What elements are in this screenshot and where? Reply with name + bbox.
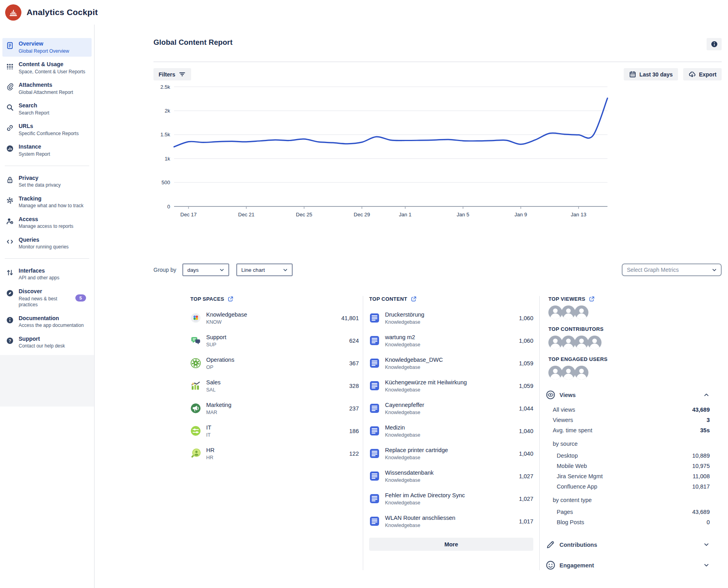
document-icon <box>369 471 380 481</box>
space-knowledgebase-icon <box>190 313 201 323</box>
sidebar-item-access[interactable]: Access Manage access to reports <box>2 214 92 232</box>
date-range-button[interactable]: Last 30 days <box>624 68 678 80</box>
stat-value: 3 <box>707 417 710 423</box>
space-row-support[interactable]: Support SUP 624 <box>190 329 359 352</box>
avatar[interactable] <box>588 336 602 349</box>
content-row-cayennepfeffer[interactable]: Cayennepfeffer Knowledgebase 1,044 <box>369 397 533 420</box>
top-engaged-users-title: TOP ENGAGED USERS <box>548 356 607 362</box>
avatar[interactable] <box>548 366 562 380</box>
views-section-title: Views <box>559 392 576 398</box>
document-icon <box>369 313 380 323</box>
search-icon <box>6 103 14 111</box>
space-row-marketing[interactable]: Marketing MAR 237 <box>190 397 359 420</box>
space-key: SUP <box>206 342 226 347</box>
sidebar-item-queries[interactable]: Queries Monitor running queries <box>2 234 92 253</box>
content-row-wissensdatenbank[interactable]: Wissensdatenbank Knowledgebase 1,027 <box>369 465 533 487</box>
svg-text:Jan 1: Jan 1 <box>399 212 412 218</box>
content-row-replace-printer-cartridge[interactable]: Replace printer cartridge Knowledgebase … <box>369 442 533 465</box>
sidebar-item-documentation[interactable]: Documentation Access the app documentati… <box>2 313 92 331</box>
app-title: Analytics Cockpit <box>27 8 98 17</box>
chevron-down-icon <box>282 267 288 273</box>
avatar[interactable] <box>561 305 575 319</box>
sidebar-item-search[interactable]: Search Search Report <box>2 100 92 118</box>
content-space: Knowledgebase <box>385 387 467 393</box>
content-row-knowledgebase-dwc[interactable]: Knowledgebase_DWC Knowledgebase 1,059 <box>369 352 533 374</box>
breakdown-value: 0 <box>707 519 710 525</box>
sidebar-item-instance[interactable]: Instance System Report <box>2 141 92 160</box>
content-title: Fehler im Active Directory Sync <box>385 492 465 499</box>
sidebar-item-attachments[interactable]: Attachments Global Attachment Report <box>2 79 92 98</box>
sidebar-divider <box>5 166 89 166</box>
sidebar-item-urls[interactable]: URLs Specific Confluence Reports <box>2 120 92 139</box>
space-row-it[interactable]: IT IT 186 <box>190 420 359 442</box>
sidebar-item-label: Discover <box>19 288 75 295</box>
content-title: WLAN Router anschliessen <box>385 514 455 521</box>
avatar[interactable] <box>575 305 588 319</box>
breakdown-row-blog-posts: Blog Posts 0 <box>557 517 710 527</box>
export-button[interactable]: Export <box>683 68 722 80</box>
sidebar-item-content-usage[interactable]: Content & Usage Space, Content & User Re… <box>2 59 92 77</box>
sidebar-item-overview[interactable]: Overview Global Report Overview <box>2 38 92 57</box>
chart-type-select[interactable]: Line chart <box>236 263 293 276</box>
more-button[interactable]: More <box>369 538 533 551</box>
lock-icon <box>6 176 14 184</box>
sidebar-item-support[interactable]: ? Support Contact our help desk <box>2 333 92 352</box>
group-by-select[interactable]: days <box>182 263 229 276</box>
sidebar-item-tracking[interactable]: Tracking Manage what and how to track <box>2 193 92 212</box>
views-section-toggle[interactable]: Views <box>546 390 710 400</box>
graph-metrics-select[interactable]: Select Graph Metrics <box>622 263 722 276</box>
space-row-sales[interactable]: Sales SAL 328 <box>190 374 359 397</box>
avatar[interactable] <box>548 305 562 319</box>
avatar[interactable] <box>575 336 588 349</box>
sidebar-divider <box>5 258 89 259</box>
sidebar: Overview Global Report Overview Content … <box>0 25 95 588</box>
filters-button[interactable]: Filters <box>153 68 191 80</box>
top-spaces-section: TOP SPACES Knowledgebase KNOW 41,801 Sup… <box>184 296 363 570</box>
external-link-icon[interactable] <box>411 296 417 302</box>
content-row-fehler-im-active-directory-sync[interactable]: Fehler im Active Directory Sync Knowledg… <box>369 487 533 510</box>
space-row-knowledgebase[interactable]: Knowledgebase KNOW 41,801 <box>190 307 359 329</box>
stat-label: Viewers <box>553 417 573 423</box>
document-icon <box>369 516 380 527</box>
content-row-k-chengew-rze-mit-heilwirkung[interactable]: Küchengewürze mit Heilwirkung Knowledgeb… <box>369 374 533 397</box>
content-row-druckerst-rung[interactable]: Druckerstörung Knowledgebase 1,060 <box>369 307 533 329</box>
contributions-section-toggle[interactable]: Contributions <box>546 540 710 550</box>
sidebar-item-sub: Set the data privacy <box>19 182 61 189</box>
content-views-count: 1,060 <box>515 338 533 344</box>
engagement-section-toggle[interactable]: Engagement <box>546 560 710 570</box>
content-row-wartung-m2[interactable]: wartung m2 Knowledgebase 1,060 <box>369 329 533 352</box>
document-icon <box>369 335 380 346</box>
space-name: Support <box>206 334 226 341</box>
space-name: IT <box>206 424 211 431</box>
sidebar-group-reports: Overview Global Report Overview Content … <box>0 38 94 162</box>
avatar[interactable] <box>561 336 575 349</box>
avatar[interactable] <box>575 366 588 380</box>
sidebar-item-sub: Manage what and how to track <box>19 203 83 209</box>
by-content-type-list: Pages 43,689 Blog Posts 0 <box>557 507 710 527</box>
sidebar-group-admin: Privacy Set the data privacy Tracking Ma… <box>0 172 94 255</box>
info-icon[interactable] <box>707 38 722 50</box>
avatar[interactable] <box>548 336 562 349</box>
content-views-count: 1,059 <box>515 383 533 389</box>
content-title: wartung m2 <box>385 334 420 341</box>
content-space: Knowledgebase <box>385 342 420 347</box>
content-row-medizin[interactable]: Medizin Knowledgebase 1,040 <box>369 420 533 442</box>
svg-text:Dec 21: Dec 21 <box>238 212 255 218</box>
sidebar-item-interfaces[interactable]: Interfaces API and other apps <box>2 265 92 284</box>
space-name: Sales <box>206 379 220 386</box>
breakdown-row-confluence-app: Confluence App 10,817 <box>557 481 710 492</box>
content-row-wlan-router-anschliessen[interactable]: WLAN Router anschliessen Knowledgebase 1… <box>369 510 533 533</box>
sidebar-item-sub: Global Attachment Report <box>19 90 73 96</box>
external-link-icon[interactable] <box>589 296 595 302</box>
notification-badge: 5 <box>75 294 86 302</box>
link-icon <box>6 124 14 132</box>
space-row-hr[interactable]: HR HR 122 <box>190 442 359 465</box>
report-icon <box>6 42 14 50</box>
avatar[interactable] <box>561 366 575 380</box>
breakdown-label: Mobile Web <box>557 463 587 469</box>
sidebar-item-discover[interactable]: Discover Read news & best practices 5 <box>2 286 92 311</box>
space-row-operations[interactable]: Operations OP 367 <box>190 352 359 374</box>
sidebar-item-privacy[interactable]: Privacy Set the data privacy <box>2 172 92 191</box>
external-link-icon[interactable] <box>228 296 234 302</box>
views-line-chart: 05001k1.5k2k2.5kDec 17Dec 21Dec 25Dec 29… <box>153 80 722 221</box>
